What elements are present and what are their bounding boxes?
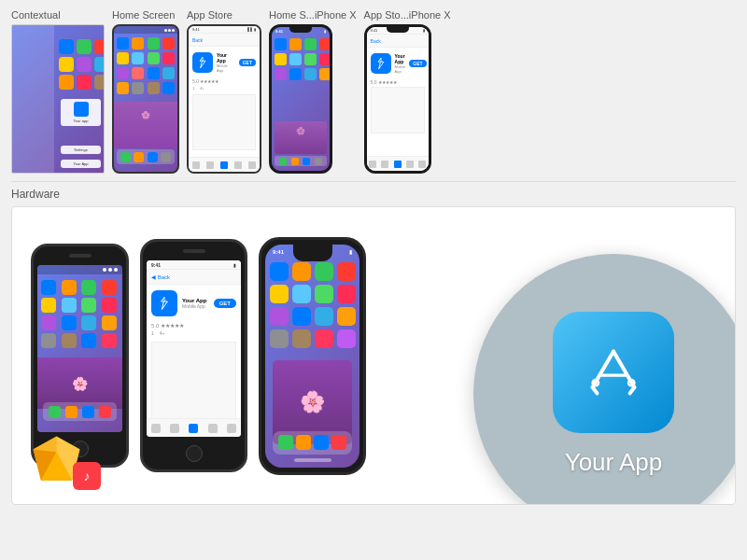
hs-icon bbox=[117, 67, 129, 79]
as-tab-featured[interactable] bbox=[192, 161, 200, 169]
svg-line-0 bbox=[593, 351, 613, 386]
iphone6-icon bbox=[102, 333, 117, 348]
as-back-button[interactable]: Back bbox=[192, 37, 203, 43]
iphonex-as-tab-2[interactable] bbox=[381, 161, 388, 168]
as-tab-search[interactable] bbox=[234, 161, 242, 169]
iphone6-flower-deco: 🌸 bbox=[72, 376, 88, 391]
iphone6-app-icon bbox=[81, 333, 96, 348]
iphone6-dock bbox=[43, 402, 117, 421]
iphone6-as-tab[interactable] bbox=[227, 424, 236, 433]
iphone6-icon bbox=[41, 298, 56, 313]
iphonex-as-tab-5[interactable] bbox=[418, 161, 426, 168]
iphonex-flower: 🌸 bbox=[275, 127, 327, 135]
iphone6-as-get-button[interactable]: GET bbox=[214, 299, 236, 308]
hs-dock bbox=[117, 149, 175, 164]
hs-dock-mail bbox=[134, 152, 144, 162]
hs-icon bbox=[132, 82, 144, 94]
as-tab-account[interactable] bbox=[248, 161, 256, 169]
hs-wallpaper-flowers: 🌸 bbox=[114, 102, 177, 148]
iphone6-speaker bbox=[69, 254, 92, 258]
ctx-icon bbox=[77, 57, 92, 72]
iphone6-as-reviews: 1 bbox=[151, 330, 154, 336]
iphone6-icon bbox=[41, 333, 56, 348]
iphone6-as-tab[interactable] bbox=[151, 424, 161, 433]
iphonex-as-app-icon bbox=[371, 53, 391, 74]
ctx-icon bbox=[59, 39, 74, 54]
ctx-icon bbox=[59, 75, 74, 90]
hs-status-bar bbox=[114, 26, 177, 34]
hs-icon bbox=[117, 37, 129, 49]
iphone6-dock-mail bbox=[65, 406, 78, 418]
iphonex-lg-app-icon bbox=[292, 307, 311, 326]
iphonex-lg-icon bbox=[270, 285, 289, 303]
as-nav-bar: Back bbox=[189, 34, 260, 47]
iphone6-as-screen: 9:41 ▮ ◀ Back Your App Mobile App bbox=[147, 260, 241, 437]
homescreen-preview-item: Home Screen bbox=[112, 9, 179, 174]
iphone6-as-meta: 1 4+ bbox=[147, 329, 241, 338]
iphonex-dock bbox=[275, 156, 327, 166]
as-review-count: 1 bbox=[192, 86, 194, 91]
iphone6-icon bbox=[41, 315, 56, 330]
iphone6-as-app-info: Your App Mobile App bbox=[182, 298, 209, 309]
iphone6-as-battery-icon: ▮ bbox=[233, 262, 236, 268]
iphonex-large-home-indicator bbox=[294, 458, 331, 462]
as-tab-categories[interactable] bbox=[206, 161, 214, 169]
iphone6-as-home-button[interactable] bbox=[186, 445, 203, 462]
iphonex-lg-icon bbox=[292, 262, 311, 281]
as-app-name: Your App bbox=[217, 52, 235, 63]
iphonex-large-flower: 🌸 bbox=[300, 390, 325, 414]
iphonex-appstore-frame: 9:41 ▮ Back Your App Mobile App GET bbox=[364, 24, 431, 174]
iphone6-screen: 🌸 bbox=[37, 265, 122, 432]
svg-marker-14 bbox=[34, 437, 80, 453]
as-stars-text: 5.0 ★★★★★ bbox=[192, 78, 218, 84]
iphone6-status-bar bbox=[37, 265, 122, 274]
iphone6-as-back[interactable]: ◀ Back bbox=[151, 273, 170, 280]
iphonex-icon bbox=[304, 68, 317, 80]
as-app-info: Your App Mobile App bbox=[217, 52, 235, 73]
as-age-rating: 4+ bbox=[200, 86, 204, 91]
contextual-frame: Your app Settings Your App bbox=[11, 24, 105, 174]
iphonex-battery: ▮ bbox=[324, 29, 326, 34]
iphonex-as-back[interactable]: Back bbox=[371, 38, 381, 44]
as-app-subtitle: Mobile App bbox=[217, 63, 235, 73]
iphonex-dock-icon bbox=[303, 158, 310, 165]
hs-icon bbox=[132, 67, 144, 79]
hs-signal bbox=[164, 29, 167, 32]
iphonex-lg-icon bbox=[292, 329, 311, 348]
as-tab-bar bbox=[189, 157, 260, 172]
as-get-button[interactable]: GET bbox=[239, 59, 256, 66]
iphonex-as-nav: Back bbox=[367, 35, 429, 48]
hs-icon bbox=[148, 37, 160, 49]
iphone6-large-appstore: 9:41 ▮ ◀ Back Your App Mobile App bbox=[140, 239, 247, 472]
iphonex-appstore-small-icon bbox=[374, 57, 388, 70]
iphone6-as-tab[interactable] bbox=[170, 424, 179, 433]
as-badges: 1 4+ bbox=[189, 84, 260, 92]
svg-line-1 bbox=[613, 351, 634, 386]
iphonex-as-screenshot bbox=[371, 87, 425, 133]
iphonex-dock-icon bbox=[291, 158, 299, 165]
iphonex-large-icons bbox=[265, 258, 359, 350]
svg-line-4 bbox=[630, 387, 635, 393]
iphone6-icon bbox=[62, 333, 77, 348]
iphonex-as-tab-1[interactable] bbox=[369, 161, 376, 168]
iphone6-as-tab-bar bbox=[147, 418, 241, 437]
homescreen-frame: 🌸 bbox=[112, 24, 179, 174]
contextual-yourapp-label: Your App bbox=[63, 161, 99, 166]
iphonex-as-tab-3[interactable] bbox=[394, 161, 402, 168]
iphonex-appstore-time: 9:41 bbox=[371, 28, 378, 33]
contextual-settings-row: Settings bbox=[61, 146, 101, 154]
as-tab-updates[interactable] bbox=[220, 161, 228, 169]
iphone6-status-dot bbox=[108, 268, 112, 272]
hs-icon bbox=[162, 67, 175, 79]
hs-wifi bbox=[168, 29, 171, 32]
iphonex-icon bbox=[319, 68, 331, 80]
iphonex-large-dock-icon bbox=[296, 435, 311, 450]
iphonex-as-tab-4[interactable] bbox=[406, 161, 414, 168]
as-signal-icon: ▌▌ bbox=[247, 27, 253, 32]
iphone6-as-tab[interactable] bbox=[208, 424, 218, 433]
iphone6-as-tab-active[interactable] bbox=[189, 424, 198, 433]
iphone6-icon bbox=[62, 298, 77, 313]
iphonex-icon bbox=[275, 68, 287, 80]
iphonex-as-get-button[interactable]: GET bbox=[409, 60, 426, 67]
appstore-preview-item: App Store 9:41 ▌▌ ▮ Back Your App bbox=[187, 9, 261, 174]
